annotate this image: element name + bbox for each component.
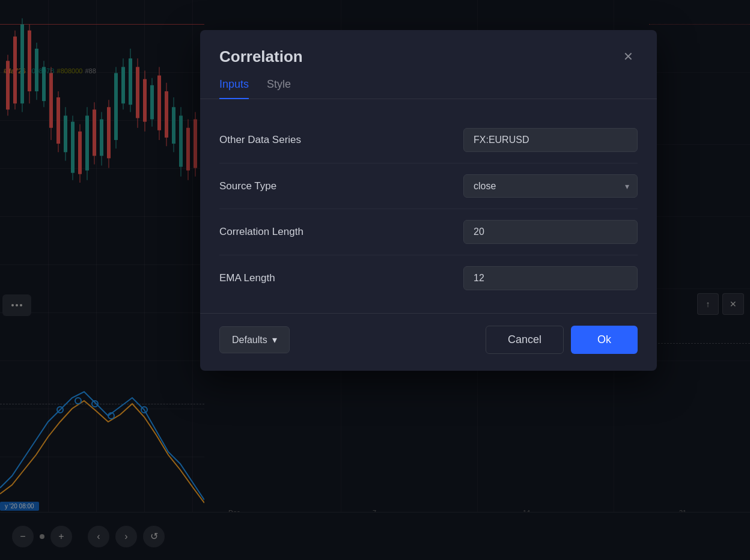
label-ema-length: EMA Length bbox=[219, 272, 275, 284]
label-other-data-series: Other Data Series bbox=[219, 134, 301, 146]
tab-inputs[interactable]: Inputs bbox=[219, 78, 249, 99]
modal-header: Correlation ✕ bbox=[200, 30, 657, 66]
form-row-correlation-length: Correlation Length bbox=[219, 209, 638, 255]
modal-inputs-content: Other Data Series Source Type open high … bbox=[200, 99, 657, 301]
modal-footer: Defaults ▾ Cancel Ok bbox=[200, 314, 657, 371]
modal-tabs: Inputs Style bbox=[200, 66, 657, 99]
label-correlation-length: Correlation Length bbox=[219, 226, 303, 238]
defaults-button[interactable]: Defaults ▾ bbox=[219, 326, 290, 353]
label-source-type: Source Type bbox=[219, 180, 276, 192]
correlation-modal: Correlation ✕ Inputs Style Other Data Se… bbox=[200, 30, 657, 371]
modal-title: Correlation bbox=[219, 47, 303, 66]
input-correlation-length[interactable] bbox=[463, 220, 638, 244]
form-row-ema-length: EMA Length bbox=[219, 255, 638, 301]
modal-close-button[interactable]: ✕ bbox=[618, 47, 638, 66]
input-other-data-series[interactable] bbox=[463, 128, 638, 152]
defaults-label: Defaults bbox=[232, 335, 267, 345]
select-source-type[interactable]: open high low close hl2 hlc3 ohlc4 bbox=[463, 174, 638, 198]
tab-style[interactable]: Style bbox=[267, 78, 291, 99]
cancel-button[interactable]: Cancel bbox=[486, 326, 564, 354]
select-wrapper-source-type: open high low close hl2 hlc3 ohlc4 ▾ bbox=[463, 174, 638, 198]
defaults-chevron-icon: ▾ bbox=[272, 334, 277, 345]
form-row-source-type: Source Type open high low close hl2 hlc3… bbox=[219, 163, 638, 209]
form-row-data-series: Other Data Series bbox=[219, 117, 638, 163]
footer-actions: Cancel Ok bbox=[486, 326, 638, 354]
ok-button[interactable]: Ok bbox=[571, 326, 638, 354]
input-ema-length[interactable] bbox=[463, 266, 638, 290]
